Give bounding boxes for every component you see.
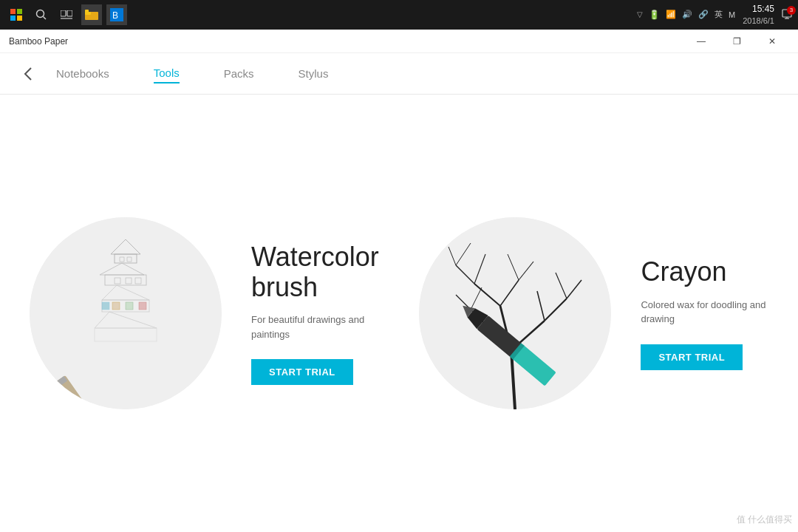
window-controls: — ❐ ✕ [684, 30, 789, 53]
taskbar-left: B [6, 4, 127, 25]
svg-rect-32 [112, 302, 120, 310]
crayon-info: Crayon Colored wax for doodling and draw… [641, 256, 768, 369]
crayon-desc: Colored wax for doodling and drawing [641, 298, 768, 327]
crayon-card: Crayon Colored wax for doodling and draw… [419, 217, 768, 409]
watercolor-brush-image [30, 217, 222, 409]
nav-tools[interactable]: Tools [154, 64, 180, 83]
minimize-button[interactable]: — [684, 30, 718, 53]
time-display: 15:45 [743, 4, 774, 16]
svg-point-40 [419, 217, 611, 409]
start-button[interactable] [6, 4, 27, 25]
system-tray: ▽ 🔋 📶 🔊 🔗 英 M [637, 9, 735, 20]
close-button[interactable]: ✕ [755, 30, 789, 53]
crayon-trial-button[interactable]: START TRIAL [641, 344, 743, 370]
maximize-button[interactable]: ❐ [720, 30, 754, 53]
svg-rect-2 [10, 16, 16, 21]
watermark: 值 什么值得买 [737, 514, 792, 526]
watercolor-brush-card: Watercolorbrush For beautiful drawings a… [30, 217, 379, 409]
svg-rect-34 [139, 302, 146, 310]
date-display: 2018/6/1 [743, 16, 774, 26]
tools-container: Watercolorbrush For beautiful drawings a… [30, 217, 768, 409]
svg-rect-6 [61, 10, 66, 16]
app-icon[interactable]: B [106, 4, 127, 25]
clock[interactable]: 15:45 2018/6/1 [743, 4, 774, 26]
chevron-icon[interactable]: ▽ [637, 10, 643, 18]
nav-links: Notebooks Tools Packs Stylus [56, 64, 328, 83]
app-window: Bamboo Paper — ❐ ✕ Notebooks Tools Packs… [0, 30, 798, 532]
title-bar: Bamboo Paper — ❐ ✕ [0, 30, 798, 53]
volume-icon: 🔊 [682, 10, 692, 19]
svg-rect-3 [17, 16, 22, 21]
taskbar: B ▽ 🔋 📶 🔊 🔗 英 M 15:45 2018/6/1 3 [0, 0, 798, 30]
nav-bar: Notebooks Tools Packs Stylus [0, 53, 798, 95]
notification-center[interactable]: 3 [782, 9, 792, 21]
file-explorer-button[interactable] [81, 4, 102, 25]
link-icon: 🔗 [698, 10, 709, 19]
watercolor-brush-name: Watercolorbrush [251, 242, 379, 303]
watercolor-brush-desc: For beautiful drawings and paintings [251, 313, 379, 341]
back-button[interactable] [15, 61, 41, 87]
nav-stylus[interactable]: Stylus [299, 64, 329, 83]
svg-rect-0 [10, 9, 16, 14]
svg-rect-11 [85, 10, 89, 13]
wifi-icon: 📶 [666, 10, 676, 19]
app-title: Bamboo Paper [9, 36, 68, 47]
notification-badge: 3 [787, 6, 796, 15]
nav-packs[interactable]: Packs [224, 64, 254, 83]
main-content: Watercolorbrush For beautiful drawings a… [0, 95, 798, 532]
svg-line-5 [44, 17, 47, 20]
search-button[interactable] [31, 4, 52, 25]
svg-rect-31 [102, 302, 109, 310]
svg-text:B: B [112, 10, 118, 21]
svg-rect-1 [17, 9, 22, 14]
svg-rect-33 [126, 302, 133, 310]
crayon-image [419, 217, 611, 409]
task-view-button[interactable] [56, 4, 77, 25]
nav-notebooks[interactable]: Notebooks [56, 64, 109, 83]
svg-point-4 [37, 10, 44, 18]
taskbar-right: ▽ 🔋 📶 🔊 🔗 英 M 15:45 2018/6/1 3 [637, 4, 792, 26]
ime-icon: M [729, 10, 735, 19]
watercolor-brush-info: Watercolorbrush For beautiful drawings a… [251, 242, 379, 386]
svg-rect-7 [67, 10, 72, 16]
lang-icon: 英 [715, 9, 723, 20]
crayon-name: Crayon [641, 256, 768, 287]
battery-icon: 🔋 [649, 10, 660, 20]
watercolor-trial-button[interactable]: START TRIAL [251, 359, 353, 385]
